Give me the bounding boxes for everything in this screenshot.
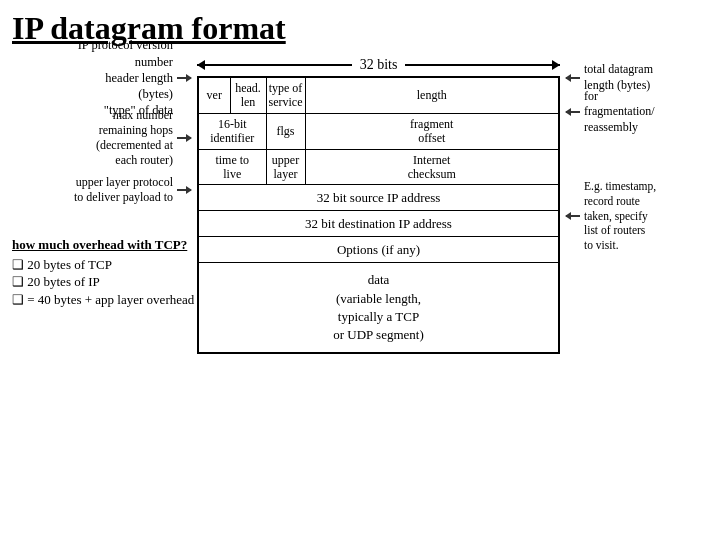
- spacer-opts: [12, 203, 197, 229]
- left-arrow-line: [197, 64, 352, 66]
- diagram-row-3: time tolive upperlayer Internetchecksum: [198, 149, 559, 185]
- right-arrow-line: [405, 64, 560, 66]
- overhead-item-2: ❑ 20 bytes of IP: [12, 273, 197, 291]
- label-upper-layer: upper layer protocolto deliver payload t…: [12, 177, 197, 203]
- cell-checksum: Internetchecksum: [305, 149, 559, 185]
- cell-upperlayer: upperlayer: [266, 149, 305, 185]
- cell-data: data(variable length,typically a TCPor U…: [198, 263, 559, 353]
- cell-options: Options (if any): [198, 237, 559, 263]
- cell-length: length: [305, 77, 559, 113]
- overhead-item-1: ❑ 20 bytes of TCP: [12, 256, 197, 274]
- diagram-row-4: 32 bit source IP address: [198, 185, 559, 211]
- bits-header: 32 bits: [197, 57, 560, 73]
- cell-destip: 32 bit destination IP address: [198, 211, 559, 237]
- right-spacer-4: [566, 151, 708, 177]
- cell-headlen: head.len: [230, 77, 266, 113]
- datagram-diagram: ver head.len type ofservice length 16-bi…: [197, 76, 560, 354]
- diagram-row-7: data(variable length,typically a TCPor U…: [198, 263, 559, 353]
- diagram-row-5: 32 bit destination IP address: [198, 211, 559, 237]
- cell-identifier: 16-bit identifier: [198, 113, 266, 149]
- cell-fragoffset: fragmentoffset: [305, 113, 559, 149]
- diagram-row-1: ver head.len type ofservice length: [198, 77, 559, 113]
- cell-sourceip: 32 bit source IP address: [198, 185, 559, 211]
- right-options-note-row: E.g. timestamp, record route taken, spec…: [566, 203, 708, 229]
- label-row-1: IP protocol versionnumberheader length(b…: [12, 57, 197, 99]
- center-diagram-area: 32 bits ver head.len type ofservice leng…: [197, 57, 560, 354]
- spacer-src: [12, 151, 197, 177]
- right-column: total datagram length (bytes) for fragme…: [560, 57, 708, 229]
- right-options-label: E.g. timestamp, record route taken, spec…: [584, 179, 656, 254]
- left-column: IP protocol versionnumberheader length(b…: [12, 57, 197, 309]
- cell-typeofservice: type ofservice: [266, 77, 305, 113]
- label-row-3: max numberremaining hops(decremented ate…: [12, 125, 197, 151]
- right-fragmentation: for fragmentation/ reassembly: [566, 99, 708, 125]
- label-upper-text: upper layer protocolto deliver payload t…: [74, 175, 173, 205]
- cell-flags: flgs: [266, 113, 305, 149]
- diagram-row-6: Options (if any): [198, 237, 559, 263]
- overhead-section: how much overhead with TCP? ❑ 20 bytes o…: [12, 237, 197, 309]
- cell-ver: ver: [198, 77, 230, 113]
- page: IP datagram format IP protocol versionnu…: [0, 0, 720, 540]
- overhead-items: ❑ 20 bytes of TCP ❑ 20 bytes of IP ❑ = 4…: [12, 256, 197, 309]
- right-spacer-3: [566, 125, 708, 151]
- overhead-heading: how much overhead with TCP?: [12, 237, 197, 254]
- bits-label: 32 bits: [352, 57, 406, 73]
- overhead-item-3: ❑ = 40 bytes + app layer overhead: [12, 291, 197, 309]
- diagram-row-2: 16-bit identifier flgs fragmentoffset: [198, 113, 559, 149]
- cell-timetolive: time tolive: [198, 149, 266, 185]
